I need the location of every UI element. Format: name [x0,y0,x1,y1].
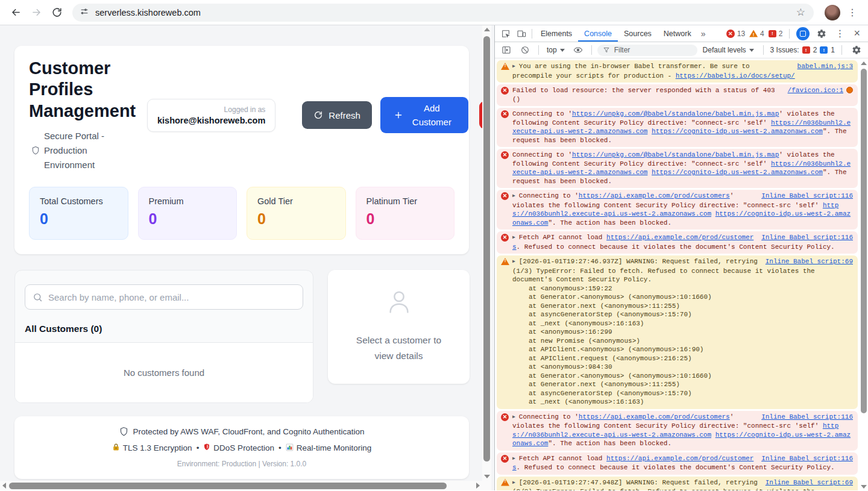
chart-icon [286,443,294,453]
expand-triangle-icon[interactable]: ▶ [512,454,515,463]
devtools-tabbar: ElementsConsoleSourcesNetwork » ✕ 13 ! 4… [495,25,868,42]
devtools-menu-icon[interactable]: ⋮ [834,28,846,39]
warning-icon: ! [501,63,509,70]
scroll-right-icon[interactable] [476,483,480,489]
issues-count-badge[interactable]: ! 2 [769,30,783,38]
console-scrollbar[interactable] [859,59,868,491]
expand-triangle-icon[interactable]: ▶ [512,478,515,487]
stat-label: Platinum Tier [366,196,444,206]
default-levels-dropdown[interactable]: Default levels [700,46,756,54]
scroll-down-icon[interactable] [484,475,490,478]
tab-console[interactable]: Console [578,25,618,42]
scroll-up-icon[interactable] [861,61,867,65]
stack-frame: at Generator.next (<anonymous>:11:255) [512,302,853,311]
tab-sources[interactable]: Sources [618,25,658,42]
stat-label: Gold Tier [257,196,335,206]
extension-icon[interactable] [796,27,810,40]
source-link[interactable]: /favicon.ico:1 [788,87,843,94]
more-tabs-icon[interactable]: » [697,29,709,39]
tab-elements[interactable]: Elements [535,25,578,42]
address-bar[interactable]: serverless.kishoreweb.com ☆ [72,4,814,22]
url-text: serverless.kishoreweb.com [95,8,785,17]
stack-frame: at <anonymous>:984:30 [512,363,853,372]
avatar[interactable] [825,5,840,20]
device-toolbar-icon [517,29,526,39]
stack-frame: at new Promise (<anonymous>) [512,337,853,346]
device-toolbar-button[interactable] [514,26,529,42]
console-link[interactable]: https://api.example.com/prod/customers [579,413,730,421]
security-badge: TLS 1.3 Encryption [112,443,192,453]
add-customer-button[interactable]: Add Customer [380,97,468,133]
refresh-button[interactable]: Refresh [302,101,372,129]
console-scroll-thumb[interactable] [861,69,867,413]
context-selector[interactable]: top [544,46,567,54]
site-info-icon[interactable] [80,7,89,19]
browser-menu-icon[interactable]: ⋮ [846,7,862,18]
console-message: !babel.min.js:3▶You are using the in-bro… [497,60,858,83]
create-live-expression-icon[interactable] [570,42,586,58]
back-button[interactable] [6,3,25,22]
page-vertical-scrollbar[interactable] [482,25,491,481]
error-count-badge[interactable]: ✕ 13 [726,30,745,38]
source-link[interactable]: Inline Babel script:116 [761,234,853,241]
stat-card: Total Customers0 [29,187,128,240]
stat-card: Platinum Tier0 [356,187,455,240]
expand-triangle-icon[interactable]: ▶ [512,257,515,266]
reload-icon [51,7,63,18]
forward-icon [31,7,42,18]
scroll-down-icon[interactable] [861,485,867,489]
issue-info-icon: ! [820,46,828,54]
protection-text: Protected by AWS WAF, CloudFront, and Co… [133,427,365,436]
stack-frame: at _next (<anonymous>:16:163) [512,319,853,328]
clear-console-icon[interactable] [517,42,533,58]
browser-toolbar: serverless.kishoreweb.com ☆ ⋮ [0,0,868,25]
console-message: ✕/favicon.ico:1Failed to load resource: … [497,84,858,106]
console-link[interactable]: https://cognito-idp.us-west-2.amazonaws.… [652,169,823,176]
security-badge-label: Real-time Monitoring [297,443,372,452]
vertical-scroll-thumb[interactable] [483,36,490,461]
expand-triangle-icon[interactable]: ▶ [512,192,515,201]
console-link[interactable]: https://api.example.com/prod/customers [579,192,730,199]
issue-error-icon: ! [802,46,810,54]
stat-value: 0 [149,210,227,228]
web-page: Customer Profiles Management Secure Port… [0,25,494,490]
expand-triangle-icon[interactable]: ▶ [512,413,515,422]
console-link[interactable]: https://babeljs.io/docs/setup/ [676,72,795,80]
bookmark-star-icon[interactable]: ☆ [791,6,810,19]
source-link[interactable]: Inline Babel script:69 [766,258,853,265]
tab-network[interactable]: Network [658,25,697,42]
source-link[interactable]: Inline Babel script:116 [761,192,853,199]
issues-counter[interactable]: 3 Issues: ! 2 ! 1 [770,46,835,54]
scroll-up-icon[interactable] [484,28,490,31]
console-sidebar-icon[interactable] [498,42,514,58]
source-link[interactable]: babel.min.js:3 [797,63,853,70]
expand-triangle-icon[interactable]: ▶ [512,233,515,242]
search-input[interactable]: Search by name, phone, or email... [25,284,303,310]
source-link[interactable]: Inline Babel script:116 [761,455,853,462]
console-filter-input[interactable]: Filter [597,45,697,56]
devtools-settings-button[interactable] [814,26,829,42]
error-icon: ✕ [501,87,509,95]
source-link[interactable]: Inline Babel script:116 [761,413,853,421]
expand-triangle-icon[interactable]: ▶ [512,62,515,71]
source-link[interactable]: Inline Babel script:69 [766,479,853,486]
horizontal-scroll-thumb[interactable] [9,483,447,489]
console-link[interactable]: https://cognito-idp.us-west-2.amazonaws.… [652,128,823,135]
page-horizontal-scrollbar[interactable] [0,481,482,490]
inspect-element-button[interactable] [498,26,514,42]
error-icon: ✕ [726,30,735,38]
chevron-down-icon [560,49,565,52]
forward-button[interactable] [27,3,46,22]
close-devtools-icon[interactable]: × [850,27,864,40]
header-card: Customer Profiles Management Secure Port… [14,46,469,254]
console-link[interactable]: https://unpkg.com/@babel/standalone/babe… [572,110,779,117]
stat-label: Total Customers [40,196,118,206]
stack-frame: at Generator.<anonymous> (<anonymous>:10… [512,293,853,302]
error-icon: ✕ [501,151,509,159]
reload-button[interactable] [47,3,66,22]
warning-count-badge[interactable]: ! 4 [749,30,764,38]
console-message: ✕Inline Babel script:116▶Connecting to '… [497,190,858,230]
console-settings-icon[interactable] [849,42,864,58]
scroll-left-icon[interactable] [2,483,6,489]
console-link[interactable]: https://unpkg.com/@babel/standalone/babe… [572,151,779,158]
